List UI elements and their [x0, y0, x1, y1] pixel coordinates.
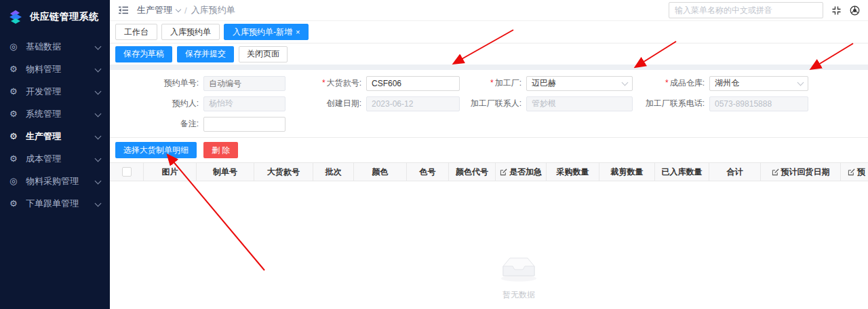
detail-toolbar: 选择大货制单明细 删 除 [110, 138, 868, 162]
breadcrumb: 生产管理 / 入库预约单 [137, 4, 235, 16]
edit-icon [848, 168, 855, 176]
col-truncated: 预 [841, 163, 868, 181]
sidebar-item-material-purchase-mgmt[interactable]: ◎ 物料采购管理 [0, 170, 110, 192]
tab-workbench[interactable]: 工作台 [115, 24, 157, 40]
delete-button[interactable]: 删 除 [203, 142, 238, 158]
sidebar: 供应链管理系统 ◎ 基础数据 ⚙ 物料管理 ⚙ 开发管理 ⚙ 系统管理 ⚙ 生产… [0, 0, 110, 309]
target-icon: ◎ [9, 41, 20, 52]
menu-fold-icon[interactable] [118, 5, 129, 15]
col-expected-return-date: 预计回货日期 [761, 163, 841, 181]
select-all-cell [110, 163, 144, 181]
breadcrumb-current: 入库预约单 [191, 4, 235, 16]
select-bulk-order-detail-button[interactable]: 选择大货制单明细 [115, 142, 197, 158]
chevron-down-icon [95, 88, 102, 95]
empty-box-icon [497, 255, 540, 283]
chevron-down-icon [95, 178, 102, 185]
col-image: 图片 [144, 163, 197, 181]
col-bulk-style-no: 大货款号 [254, 163, 313, 181]
bulk-style-no-input[interactable] [366, 76, 460, 91]
detail-table-header: 图片 制单号 大货款号 批次 颜色 色号 颜色代号 是否加急 采购数量 裁剪数量… [110, 162, 868, 181]
sidebar-item-material-mgmt[interactable]: ⚙ 物料管理 [0, 58, 110, 80]
warehouse-label: *成品仓库: [633, 77, 709, 89]
gear-icon: ⚙ [9, 109, 20, 119]
chevron-down-icon [95, 43, 102, 50]
gear-icon: ⚙ [9, 153, 20, 164]
sidebar-item-dev-mgmt[interactable]: ⚙ 开发管理 [0, 80, 110, 103]
target-icon: ◎ [9, 176, 20, 186]
required-mark: * [322, 78, 326, 88]
select-all-checkbox[interactable] [122, 167, 132, 177]
reservation-no-label: 预约单号: [110, 77, 203, 89]
col-batch: 批次 [313, 163, 354, 181]
create-date-input [366, 96, 460, 111]
col-color-no: 色号 [407, 163, 449, 181]
gear-icon: ⚙ [9, 86, 20, 96]
chevron-down-icon [797, 79, 804, 86]
col-purchase-qty: 采购数量 [547, 163, 599, 181]
factory-phone-input [709, 96, 808, 111]
sidebar-item-basic-data[interactable]: ◎ 基础数据 [0, 35, 110, 58]
remark-input[interactable] [203, 117, 285, 132]
factory-contact-input [526, 96, 633, 111]
tab-bar: 工作台 入库预约单 入库预约单-新增 × [110, 21, 868, 43]
sidebar-item-order-tracking-mgmt[interactable]: ⚙ 下单跟单管理 [0, 192, 110, 215]
chevron-down-icon [176, 6, 181, 12]
breadcrumb-parent[interactable]: 生产管理 [137, 4, 172, 16]
chevron-down-icon [95, 66, 102, 73]
col-color-code: 颜色代号 [449, 163, 496, 181]
gear-icon: ⚙ [9, 131, 20, 141]
create-date-label: 创建日期: [285, 98, 366, 109]
app-title: 供应链管理系统 [30, 11, 99, 23]
sidebar-item-system-mgmt[interactable]: ⚙ 系统管理 [0, 103, 110, 125]
required-mark: * [490, 78, 494, 88]
gear-icon: ⚙ [9, 64, 20, 74]
col-color: 颜色 [354, 163, 407, 181]
chrome-icon[interactable] [850, 5, 860, 16]
section-separator [110, 65, 868, 70]
top-bar: 生产管理 / 入库预约单 [110, 0, 868, 21]
tab-inbound-reservation[interactable]: 入库预约单 [161, 24, 220, 40]
main-content: 生产管理 / 入库预约单 [110, 0, 868, 309]
save-submit-button[interactable]: 保存并提交 [177, 46, 234, 62]
menu-search-input[interactable] [669, 2, 823, 18]
factory-label: *加工厂: [460, 77, 526, 89]
warehouse-select[interactable]: 湖州仓 [709, 76, 808, 91]
reserver-input [203, 96, 285, 111]
col-inbound-qty: 已入库数量 [655, 163, 709, 181]
col-urgent: 是否加急 [496, 163, 547, 181]
bulk-style-no-label: *大货款号: [285, 77, 366, 89]
col-cut-qty: 裁剪数量 [599, 163, 655, 181]
breadcrumb-separator: / [184, 5, 187, 16]
reservation-form: 预约单号: *大货款号: *加工厂: 迈巴赫 *成品仓库: 湖州仓 [110, 70, 868, 136]
sidebar-item-production-mgmt[interactable]: ⚙ 生产管理 [0, 125, 110, 147]
app-logo: 供应链管理系统 [0, 0, 110, 35]
close-icon[interactable]: × [296, 29, 300, 36]
form-action-bar: 保存为草稿 保存并提交 关闭页面 [110, 43, 868, 65]
chevron-down-icon [95, 133, 102, 140]
reserver-label: 预约人: [110, 98, 203, 109]
empty-state: 暂无数据 [140, 181, 868, 301]
edit-icon [772, 168, 779, 176]
empty-text: 暂无数据 [502, 289, 535, 301]
close-page-button[interactable]: 关闭页面 [239, 46, 288, 62]
chevron-down-icon [622, 79, 629, 86]
factory-contact-label: 加工厂联系人: [460, 98, 526, 109]
fullscreen-exit-icon[interactable] [831, 5, 842, 16]
col-total: 合计 [709, 163, 761, 181]
save-draft-button[interactable]: 保存为草稿 [115, 46, 172, 62]
required-mark: * [665, 78, 669, 88]
chevron-down-icon [95, 200, 102, 207]
remark-label: 备注: [110, 118, 203, 130]
chevron-down-icon [95, 111, 102, 117]
edit-icon [500, 168, 507, 176]
tab-inbound-reservation-new[interactable]: 入库预约单-新增 × [224, 24, 309, 40]
sidebar-item-cost-mgmt[interactable]: ⚙ 成本管理 [0, 147, 110, 170]
layers-logo-icon [7, 8, 24, 26]
factory-select[interactable]: 迈巴赫 [526, 76, 633, 91]
factory-phone-label: 加工厂联系电话: [633, 98, 709, 109]
reservation-no-input [203, 76, 285, 91]
col-order-no: 制单号 [197, 163, 254, 181]
chevron-down-icon [95, 156, 102, 162]
gear-icon: ⚙ [9, 198, 20, 208]
